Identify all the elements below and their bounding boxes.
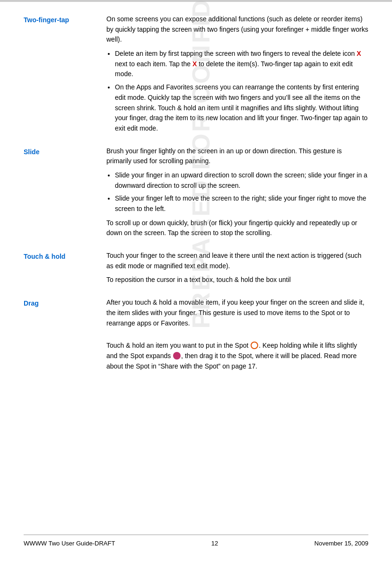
footer-center: 12 [211,539,218,548]
slide-bullet-2: Slide your finger left to move the scree… [115,193,368,214]
x-icon-1: X [357,50,361,57]
drag-continuation-label-empty [24,341,106,371]
section-content-slide: Brush your finger lightly on the screen … [106,146,368,243]
two-finger-tap-bullet-1: Delete an item by first tapping the scre… [115,49,368,79]
section-title-slide: Slide [24,148,39,156]
slide-bullet-1: Slide your finger in an upward direction… [115,170,368,191]
top-border [0,0,392,2]
drag-spot-paragraph: Touch & hold an item you want to put in … [106,341,368,371]
slide-para-1: Brush your finger lightly on the screen … [106,146,368,167]
two-finger-tap-para-1: On some screens you can expose additiona… [106,14,368,45]
section-content-drag: After you touch & hold a movable item, i… [106,298,368,332]
section-two-finger-tap: Two-finger-tap On some screens you can e… [24,14,368,138]
section-content-two-finger-tap: On some screens you can expose additiona… [106,14,368,138]
touch-hold-para-1: Touch your finger to the screen and leav… [106,251,368,271]
two-finger-tap-bullets: Delete an item by first tapping the scre… [115,49,368,134]
section-label-drag: Drag [24,298,106,332]
section-drag: Drag After you touch & hold a movable it… [24,298,368,332]
two-finger-tap-bullet-2: On the Apps and Favorites screens you ca… [115,82,368,133]
drag-spot-text: Touch & hold an item you want to put in … [106,341,368,371]
spot-icon-outline [251,342,258,349]
section-label-slide: Slide [24,146,106,243]
page-container: PREPARED FOR CONFIDENTIAL Two-finger-tap… [0,0,392,562]
section-title-two-finger-tap: Two-finger-tap [24,16,69,24]
slide-bullets: Slide your finger in an upward direction… [115,170,368,214]
footer-left: WWWW Two User Guide-DRAFT [24,539,115,548]
touch-hold-para-2: To reposition the cursor in a text box, … [106,275,368,285]
section-touch-hold: Touch & hold Touch your finger to the sc… [24,251,368,289]
drag-continuation: Touch & hold an item you want to put in … [24,341,368,371]
footer-right: November 15, 2009 [314,539,368,548]
spot-icon-filled [173,352,181,360]
section-slide: Slide Brush your finger lightly on the s… [24,146,368,243]
section-content-touch-hold: Touch your finger to the screen and leav… [106,251,368,289]
section-title-touch-hold: Touch & hold [24,253,65,260]
content-area: Two-finger-tap On some screens you can e… [24,14,368,380]
drag-para-1: After you touch & hold a movable item, i… [106,298,368,328]
x-icon-2: X [192,60,197,68]
footer: WWWW Two User Guide-DRAFT 12 November 15… [24,535,368,548]
section-label-touch-hold: Touch & hold [24,251,106,289]
slide-after-bullets: To scroll up or down quickly, brush (or … [106,218,368,238]
section-label-two-finger-tap: Two-finger-tap [24,14,106,138]
section-title-drag: Drag [24,299,39,307]
